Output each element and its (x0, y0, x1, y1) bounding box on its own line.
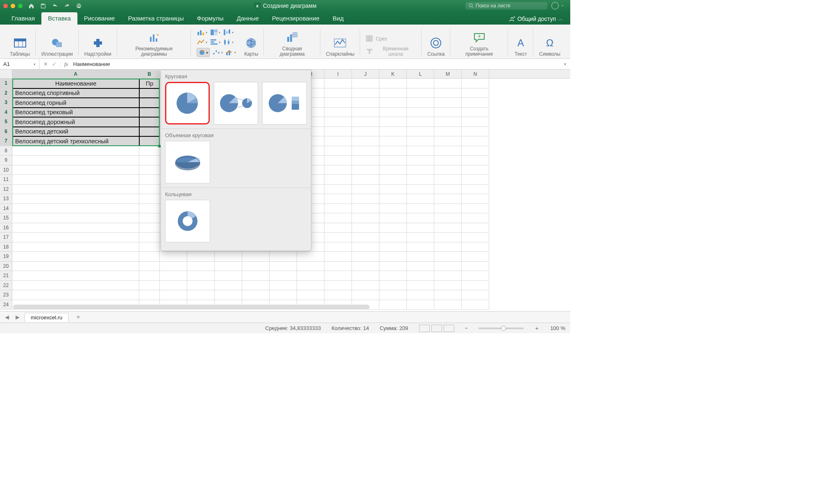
cell[interactable] (462, 252, 489, 262)
cell[interactable] (352, 194, 379, 204)
cell[interactable] (139, 281, 160, 291)
cell[interactable] (139, 271, 160, 281)
cell[interactable] (187, 262, 215, 271)
cell[interactable] (270, 252, 297, 262)
row-head[interactable]: 20 (0, 262, 12, 271)
spreadsheet-grid[interactable]: A B C D E F G H I J K L M N 1Наименовани… (0, 70, 570, 311)
cell[interactable] (139, 242, 160, 252)
group-pivot-chart[interactable]: Сводная диаграмма (264, 26, 320, 59)
row-head[interactable]: 24 (0, 300, 12, 310)
cell[interactable] (352, 290, 379, 300)
cell[interactable] (139, 88, 160, 98)
cell[interactable] (270, 271, 297, 281)
cell[interactable] (407, 281, 434, 291)
normal-view-button[interactable] (419, 325, 430, 332)
cell[interactable] (434, 98, 462, 108)
cell[interactable] (12, 271, 139, 281)
cell[interactable] (407, 136, 434, 146)
bar-chart-icon[interactable] (210, 38, 220, 46)
cell[interactable] (139, 290, 160, 300)
cell[interactable] (434, 194, 462, 204)
cell[interactable] (139, 233, 160, 242)
cell[interactable] (407, 252, 434, 262)
cell[interactable] (139, 98, 160, 108)
cell[interactable] (12, 242, 139, 252)
cell[interactable] (139, 223, 160, 233)
cell[interactable] (352, 98, 379, 108)
cell[interactable] (407, 271, 434, 281)
cell[interactable] (270, 281, 297, 291)
cell[interactable] (187, 252, 215, 262)
row-head[interactable]: 7 (0, 136, 12, 146)
undo-icon[interactable] (52, 3, 58, 9)
cell[interactable] (434, 262, 462, 271)
cell[interactable] (434, 117, 462, 127)
cell[interactable] (139, 136, 160, 146)
cell[interactable] (324, 146, 352, 156)
cell[interactable] (242, 290, 270, 300)
zoom-slider[interactable] (478, 328, 524, 329)
select-all-corner[interactable] (0, 70, 12, 78)
cell[interactable] (352, 185, 379, 194)
cell[interactable] (324, 185, 352, 194)
cell[interactable] (434, 252, 462, 262)
cell[interactable] (379, 117, 407, 127)
account-icon[interactable] (551, 2, 559, 9)
cell[interactable] (434, 79, 462, 88)
cell[interactable] (434, 242, 462, 252)
cell[interactable] (12, 213, 139, 223)
cell[interactable] (352, 213, 379, 223)
cell[interactable] (379, 252, 407, 262)
cell[interactable] (160, 281, 187, 291)
cell[interactable] (352, 165, 379, 175)
cell[interactable]: Велосипед детский трехколесный (12, 136, 139, 146)
group-illustrations[interactable]: Иллюстрации (36, 26, 79, 59)
formula-input[interactable]: Наименование (71, 61, 560, 67)
cell[interactable] (407, 213, 434, 223)
cell[interactable] (139, 194, 160, 204)
tab-formulas[interactable]: Формулы (190, 12, 230, 25)
cell[interactable] (379, 98, 407, 108)
cell[interactable] (462, 127, 489, 137)
cell[interactable] (324, 117, 352, 127)
group-text[interactable]: A Текст (508, 26, 533, 59)
cell[interactable] (139, 117, 160, 127)
cell[interactable] (352, 146, 379, 156)
col-head-J[interactable]: J (352, 70, 379, 78)
row-head[interactable]: 15 (0, 213, 12, 223)
row-head[interactable]: 13 (0, 194, 12, 204)
cell[interactable] (462, 213, 489, 223)
group-symbols[interactable]: Ω Символы (533, 26, 566, 59)
row-head[interactable]: 10 (0, 165, 12, 175)
cell[interactable] (434, 108, 462, 118)
col-head-L[interactable]: L (407, 70, 434, 78)
cancel-formula-icon[interactable]: ✕ (43, 61, 48, 67)
cell[interactable] (324, 88, 352, 98)
save-icon[interactable] (40, 3, 46, 9)
cell[interactable] (215, 290, 242, 300)
cell[interactable] (242, 271, 270, 281)
cell[interactable] (352, 242, 379, 252)
cell[interactable] (407, 88, 434, 98)
cell[interactable] (352, 271, 379, 281)
cell[interactable] (379, 242, 407, 252)
cell[interactable] (12, 223, 139, 233)
tab-view[interactable]: Вид (326, 12, 350, 25)
cell[interactable] (324, 108, 352, 118)
group-addins[interactable]: Надстройки (79, 26, 117, 59)
cell[interactable] (462, 223, 489, 233)
cell[interactable] (324, 242, 352, 252)
cell[interactable] (379, 88, 407, 98)
row-head[interactable]: 14 (0, 204, 12, 214)
cell[interactable] (12, 252, 139, 262)
cell[interactable] (324, 156, 352, 165)
statistic-chart-icon[interactable] (223, 38, 234, 46)
cell[interactable] (324, 223, 352, 233)
cell[interactable] (352, 88, 379, 98)
cell[interactable] (297, 252, 324, 262)
page-layout-view-button[interactable] (431, 325, 442, 332)
zoom-in-button[interactable]: ＋ (534, 325, 540, 332)
cell[interactable] (352, 117, 379, 127)
cell[interactable] (462, 281, 489, 291)
cell[interactable] (434, 281, 462, 291)
